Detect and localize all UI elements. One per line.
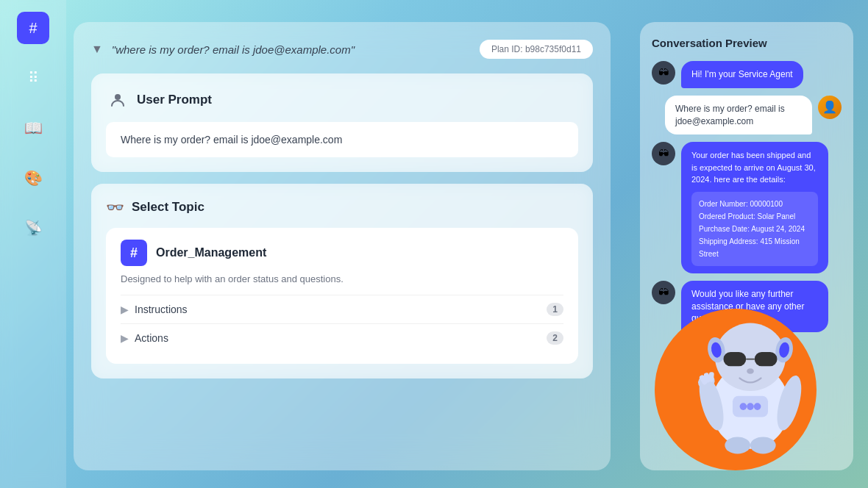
order-details-box: Order Number: 00000100 Ordered Product: … xyxy=(691,192,818,266)
sidebar-item-hash[interactable]: # xyxy=(17,12,49,44)
sidebar-item-palette[interactable]: 🎨 xyxy=(17,162,49,194)
query-bar: ▼ "where is my order? email is jdoe@exam… xyxy=(91,40,593,59)
instructions-count: 1 xyxy=(547,303,563,316)
mascot-area xyxy=(640,265,839,470)
message-bubble-agent-1: Hi! I'm your Service Agent xyxy=(681,61,803,88)
query-text: "where is my order? email is jdoe@exampl… xyxy=(112,43,471,56)
topic-hashtag-icon: # xyxy=(121,240,147,266)
chevron-down-icon[interactable]: ▼ xyxy=(91,43,103,56)
message-row-agent-1: 🕶 Hi! I'm your Service Agent xyxy=(652,61,842,88)
main-content: ▼ "where is my order? email is jdoe@exam… xyxy=(74,22,611,470)
chevron-right-icon-actions: ▶ xyxy=(121,332,129,344)
shipping-address: Shipping Address: 415 Mission Street xyxy=(699,235,811,260)
signal-icon: 📡 xyxy=(24,219,43,237)
user-avatar-emoji: 👤 xyxy=(822,100,837,114)
apps-icon: ⠿ xyxy=(28,69,39,87)
conversation-panel: Conversation Preview 🕶 Hi! I'm your Serv… xyxy=(640,22,853,470)
plan-id-badge: Plan ID: b98c735f0d11 xyxy=(480,40,593,59)
order-number: Order Number: 00000100 xyxy=(699,198,811,210)
topic-card: # Order_Management Designed to help with… xyxy=(106,228,578,364)
topic-name-row: # Order_Management xyxy=(121,240,563,266)
message-intro-agent-2: Your order has been shipped and is expec… xyxy=(691,151,816,184)
user-prompt-header: User Prompt xyxy=(106,88,578,112)
user-prompt-title: User Prompt xyxy=(137,93,212,107)
palette-icon: 🎨 xyxy=(24,169,43,187)
svg-point-22 xyxy=(750,437,776,453)
instructions-row[interactable]: ▶ Instructions 1 xyxy=(121,295,563,323)
purchase-date: Purchase Date: August 24, 2024 xyxy=(699,223,811,235)
select-topic-section: 👓 Select Topic # Order_Management Design… xyxy=(91,184,593,378)
sidebar-item-signal[interactable]: 📡 xyxy=(17,212,49,244)
user-prompt-text: Where is my order? email is jdoe@example… xyxy=(106,122,578,157)
topic-header: 👓 Select Topic xyxy=(106,198,578,216)
svg-rect-8 xyxy=(755,352,778,366)
actions-row[interactable]: ▶ Actions 2 xyxy=(121,323,563,352)
topic-name: Order_Management xyxy=(156,246,266,259)
sidebar-item-library[interactable]: 📖 xyxy=(17,112,49,144)
message-bubble-agent-2: Your order has been shipped and is expec… xyxy=(681,142,828,273)
svg-point-10 xyxy=(747,368,754,374)
message-row-agent-2: 🕶 Your order has been shipped and is exp… xyxy=(652,142,842,273)
agent-glasses-icon: 🕶 xyxy=(658,67,669,79)
sidebar: # ⠿ 📖 🎨 📡 xyxy=(0,0,66,488)
robot-mascot xyxy=(677,279,824,463)
svg-point-19 xyxy=(747,403,754,410)
actions-label: Actions xyxy=(135,332,541,344)
svg-point-21 xyxy=(725,437,750,453)
message-row-user-1: 👤 Where is my order? email is jdoe@examp… xyxy=(652,96,842,135)
actions-count: 2 xyxy=(547,331,563,345)
message-text-user-1: Where is my order? email is jdoe@example… xyxy=(675,104,785,126)
svg-point-0 xyxy=(115,94,121,100)
user-prompt-card: User Prompt Where is my order? email is … xyxy=(91,73,593,172)
glasses-icon: 👓 xyxy=(106,198,124,216)
user-avatar-1: 👤 xyxy=(818,96,842,119)
instructions-label: Instructions xyxy=(135,304,541,315)
svg-rect-16 xyxy=(708,372,714,382)
agent-avatar-1: 🕶 xyxy=(652,61,675,85)
svg-point-18 xyxy=(740,403,747,410)
ordered-product: Ordered Product: Solar Panel xyxy=(699,210,811,223)
svg-rect-7 xyxy=(723,352,746,366)
topic-description: Designed to help with an order status an… xyxy=(121,273,563,284)
topic-section-title: Select Topic xyxy=(132,200,204,215)
svg-point-20 xyxy=(754,403,761,410)
agent-glasses-icon-2: 🕶 xyxy=(658,148,669,159)
agent-avatar-2: 🕶 xyxy=(652,142,675,165)
chevron-right-icon-instructions: ▶ xyxy=(121,304,129,315)
sidebar-item-apps[interactable]: ⠿ xyxy=(17,62,49,94)
message-text-agent-1: Hi! I'm your Service Agent xyxy=(691,69,793,79)
conversation-title: Conversation Preview xyxy=(652,37,842,49)
message-bubble-user-1: Where is my order? email is jdoe@example… xyxy=(665,96,812,135)
hash-icon: # xyxy=(29,20,37,37)
user-icon xyxy=(106,88,129,112)
library-icon: 📖 xyxy=(24,119,43,137)
